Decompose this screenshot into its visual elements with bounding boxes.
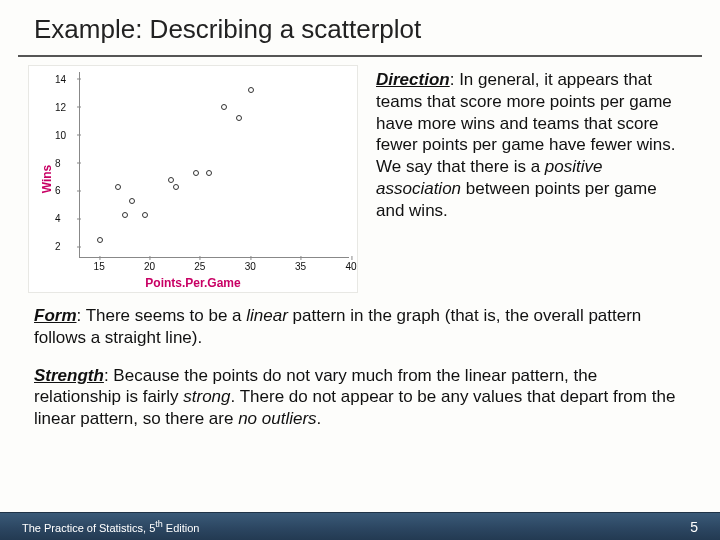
y-tick: 4 [55, 213, 61, 224]
form-paragraph: Form: There seems to be a linear pattern… [34, 305, 686, 349]
y-tick: 6 [55, 185, 61, 196]
slide-footer: The Practice of Statistics, 5th Edition … [0, 512, 720, 540]
book-citation: The Practice of Statistics, 5th Edition [22, 519, 200, 534]
data-point [206, 170, 212, 176]
form-text-1: : There seems to be a [77, 306, 247, 325]
direction-label: Direction [376, 70, 450, 89]
data-point [168, 177, 174, 183]
x-tick: 40 [345, 261, 356, 272]
strength-label: Strength [34, 366, 104, 385]
data-point [236, 115, 242, 121]
y-tick: 14 [55, 73, 66, 84]
strong-term: strong [183, 387, 230, 406]
slide-title: Example: Describing a scatterplot [34, 14, 720, 45]
form-label: Form [34, 306, 77, 325]
y-tick: 12 [55, 101, 66, 112]
x-tick: 25 [194, 261, 205, 272]
data-point [173, 184, 179, 190]
edition-word: Edition [163, 522, 200, 534]
scatterplot-chart: Wins Points.Per.Game 2468101214152025303… [28, 65, 358, 293]
x-tick: 35 [295, 261, 306, 272]
plot-area [79, 72, 349, 258]
data-point [115, 184, 121, 190]
x-axis-label: Points.Per.Game [145, 276, 240, 290]
strength-text-3: . [317, 409, 322, 428]
y-axis-label: Wins [40, 165, 54, 194]
direction-paragraph: Direction: In general, it appears that t… [376, 65, 692, 293]
data-point [193, 170, 199, 176]
data-point [248, 87, 254, 93]
data-point [97, 237, 103, 243]
y-tick: 8 [55, 157, 61, 168]
book-title: The Practice of Statistics, 5 [22, 522, 155, 534]
data-point [129, 198, 135, 204]
edition-ordinal: th [155, 519, 163, 529]
data-point [142, 212, 148, 218]
page-number: 5 [690, 519, 698, 535]
linear-term: linear [246, 306, 288, 325]
x-tick: 20 [144, 261, 155, 272]
x-tick: 15 [94, 261, 105, 272]
strength-paragraph: Strength: Because the points do not vary… [34, 365, 686, 430]
no-outliers-term: no outliers [238, 409, 316, 428]
y-tick: 10 [55, 129, 66, 140]
data-point [221, 104, 227, 110]
y-tick: 2 [55, 241, 61, 252]
x-tick: 30 [245, 261, 256, 272]
data-point [122, 212, 128, 218]
